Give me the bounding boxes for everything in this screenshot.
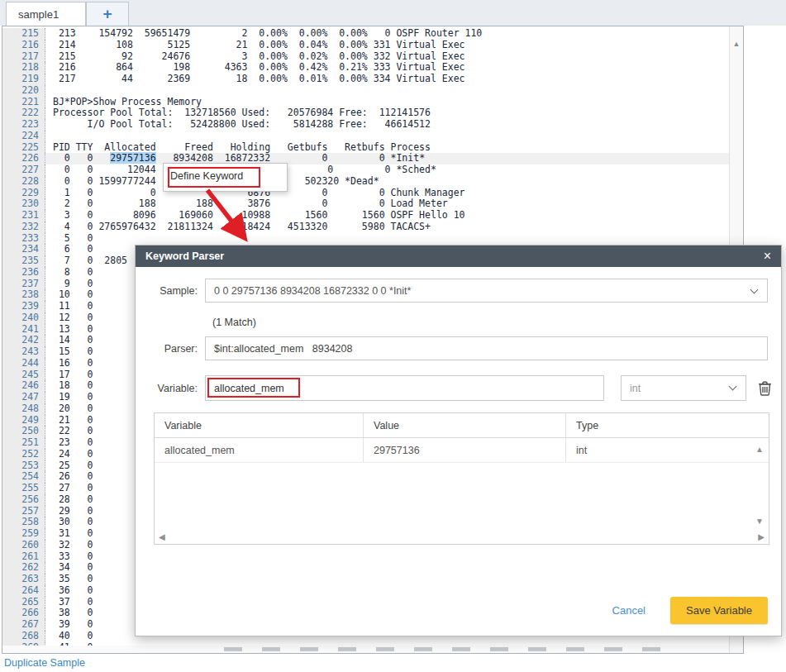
editor-line[interactable]: 233 5 0: [2, 233, 729, 245]
line-text: 0 0 12044 0 0 *Sched*: [45, 164, 729, 176]
tab-sample1[interactable]: sample1: [6, 2, 86, 26]
editor-line[interactable]: 222Processor Pool Total: 132718560 Used:…: [2, 107, 729, 119]
line-number: 242: [2, 335, 45, 346]
line-number: 268: [2, 631, 45, 642]
editor-line[interactable]: 228 0 0 1599777244 98828248 502320 *Dead…: [2, 176, 729, 188]
line-text: 1 0 0 6876 0 0 Chunk Manager: [45, 188, 729, 199]
line-number: 239: [2, 301, 45, 312]
table-row[interactable]: allocated_mem29757136int: [155, 438, 769, 463]
parser-label: Parser:: [136, 343, 205, 355]
horizontal-scrollbar-thumb[interactable]: [224, 647, 680, 651]
line-text: 3 0 8096 169060 10988 1560 1560 OSPF Hel…: [45, 210, 729, 222]
line-number: 255: [2, 483, 45, 494]
parser-input[interactable]: $int:allocated_mem 8934208: [205, 336, 768, 360]
line-number: 262: [2, 562, 45, 574]
table-body: allocated_mem29757136int: [155, 438, 769, 463]
line-number: 250: [2, 426, 45, 437]
line-number: 230: [2, 198, 45, 210]
scroll-up-icon[interactable]: ▲: [730, 40, 743, 48]
editor-line[interactable]: 231 3 0 8096 169060 10988 1560 1560 OSPF…: [2, 210, 729, 222]
line-text: 0 0 1599777244 98828248 502320 *Dead*: [45, 176, 729, 188]
table-cell: 29757136: [364, 438, 566, 462]
line-number: 228: [2, 176, 45, 188]
annotation-box-variable: [207, 378, 300, 398]
line-number: 232: [2, 222, 45, 233]
editor-line[interactable]: 226 0 0 29757136 8934208 16872332 0 0 *I…: [2, 153, 729, 164]
line-number: 246: [2, 380, 45, 392]
type-select-value: int: [630, 383, 641, 394]
line-number: 258: [2, 517, 45, 528]
line-number: 226: [2, 153, 45, 164]
editor-line[interactable]: 218 216 864 198 4363 0.00% 0.42% 0.21% 3…: [2, 62, 729, 74]
line-number: 227: [2, 164, 45, 176]
dialog-footer: Cancel Save Variable: [136, 596, 768, 624]
table-scroll-left-icon[interactable]: ◀: [159, 532, 165, 541]
selected-token[interactable]: 29757136: [110, 152, 155, 164]
type-select[interactable]: int: [621, 375, 746, 401]
trash-icon[interactable]: [758, 380, 772, 396]
table-cell: int: [566, 438, 769, 462]
editor-line[interactable]: 223 I/O Pool Total: 52428800 Used: 58142…: [2, 119, 729, 131]
line-text: 5 0: [45, 233, 729, 245]
table-scroll-down-icon[interactable]: ▼: [755, 517, 764, 526]
editor-line[interactable]: 229 1 0 0 6876 0 0 Chunk Manager: [2, 188, 729, 199]
duplicate-sample-link[interactable]: Duplicate Sample: [4, 657, 85, 669]
cancel-button[interactable]: Cancel: [612, 604, 645, 617]
match-count-text: (1 Match): [212, 317, 256, 328]
line-number: 251: [2, 437, 45, 449]
line-number: 237: [2, 279, 45, 290]
line-number: 245: [2, 369, 45, 381]
line-number: 224: [2, 131, 45, 142]
line-text: [45, 85, 729, 97]
line-number: 243: [2, 346, 45, 358]
line-number: 266: [2, 608, 45, 619]
line-number: 244: [2, 358, 45, 369]
editor-line[interactable]: 225PID TTY Allocated Freed Holding Getbu…: [2, 142, 729, 154]
table-cell: allocated_mem: [155, 438, 364, 462]
table-header-row: VariableValueType: [155, 413, 769, 438]
variable-input[interactable]: allocated_mem: [205, 375, 604, 401]
editor-line[interactable]: 219 217 44 2369 18 0.00% 0.01% 0.00% 334…: [2, 74, 729, 85]
line-text: 2 0 188 188 3876 0 0 Load Meter: [45, 198, 729, 210]
line-text: BJ*POP>Show Process Memory: [45, 97, 729, 108]
line-number: 233: [2, 233, 45, 245]
variable-label: Variable:: [136, 383, 205, 394]
add-tab-button[interactable]: +: [86, 2, 129, 26]
variables-table: VariableValueType allocated_mem29757136i…: [154, 412, 769, 545]
editor-line[interactable]: 216 214 108 5125 21 0.00% 0.04% 0.00% 33…: [2, 40, 729, 51]
dialog-header: Keyword Parser ×: [136, 245, 781, 267]
table-header-cell: Value: [364, 413, 566, 437]
sample-label: Sample:: [136, 285, 205, 297]
line-number: 253: [2, 460, 45, 472]
editor-line[interactable]: 217 215 92 24676 3 0.00% 0.02% 0.00% 332…: [2, 51, 729, 63]
table-scroll-right-icon[interactable]: ▶: [758, 532, 765, 541]
annotation-arrow: [194, 187, 269, 250]
line-number: 261: [2, 551, 45, 563]
line-number: 260: [2, 540, 45, 551]
tab-bar: sample1 +: [0, 0, 786, 26]
line-number: 229: [2, 188, 45, 199]
line-number: 259: [2, 528, 45, 540]
editor-line[interactable]: 227 0 0 12044 0 0 *Sched*: [2, 164, 729, 176]
horizontal-scrollbar[interactable]: [2, 646, 729, 653]
save-variable-button[interactable]: Save Variable: [670, 597, 768, 624]
editor-line[interactable]: 215 213 154792 59651479 2 0.00% 0.00% 0.…: [2, 28, 729, 40]
line-number: 254: [2, 471, 45, 483]
chevron-down-icon: [729, 383, 737, 391]
line-number: 234: [2, 244, 45, 255]
line-text: [45, 131, 729, 142]
editor-line[interactable]: 221BJ*POP>Show Process Memory: [2, 97, 729, 108]
line-number: 249: [2, 415, 45, 427]
table-scroll-up-icon[interactable]: ▲: [755, 445, 764, 454]
line-text: 214 108 5125 21 0.00% 0.04% 0.00% 331 Vi…: [45, 40, 729, 51]
close-icon[interactable]: ×: [764, 250, 771, 263]
sample-select[interactable]: 0 0 29757136 8934208 16872332 0 0 *Init*: [205, 279, 768, 303]
editor-line[interactable]: 224: [2, 131, 729, 142]
editor-line[interactable]: 232 4 0 2765976432 21811324 18424 451332…: [2, 222, 729, 233]
editor-line[interactable]: 230 2 0 188 188 3876 0 0 Load Meter: [2, 198, 729, 210]
line-text: 0 0 29757136 8934208 16872332 0 0 *Init*: [45, 153, 729, 164]
dialog-title: Keyword Parser: [145, 250, 764, 262]
editor-line[interactable]: 220: [2, 85, 729, 97]
line-number: 257: [2, 506, 45, 517]
line-number: 252: [2, 449, 45, 460]
